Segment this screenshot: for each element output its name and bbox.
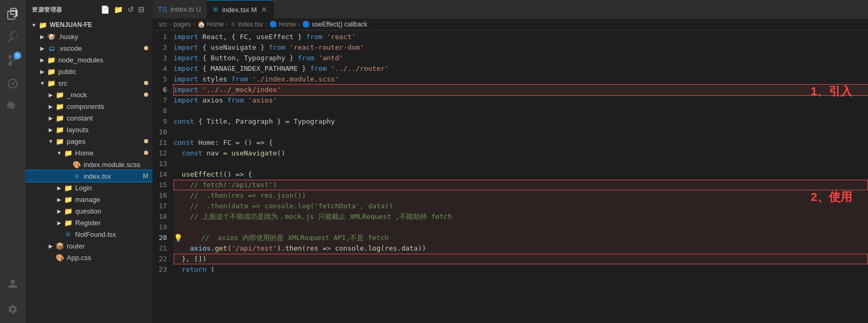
sidebar-item-indextsx[interactable]: ▶ ⚛ index.tsx M	[25, 170, 152, 182]
sidebar-title: 资源管理器	[32, 6, 62, 14]
sidebar-item-src[interactable]: ▼ 📁 src	[25, 77, 152, 89]
ln-8: 8	[159, 106, 167, 116]
breadcrumb-indextsx[interactable]: ⚛ index.tsx	[230, 21, 263, 28]
code-line-12: const nav = useNavigate()	[174, 148, 868, 159]
tree-root[interactable]: ▼ 📁 WENJUAN-FE	[25, 19, 152, 31]
code-line-3: import { Button, Typography } from 'antd…	[174, 53, 868, 63]
question-icon: 📁	[64, 207, 73, 215]
tab-close-icon[interactable]: ✕	[260, 5, 268, 14]
sidebar-item-scss[interactable]: ▶ 🎨 index.module.scss	[25, 159, 152, 170]
src-icon: 📁	[47, 79, 56, 87]
vscode-modified	[144, 46, 148, 50]
sidebar-item-node-modules[interactable]: ▶ 📁 node_modules	[25, 54, 152, 66]
ln-14: 14	[159, 169, 167, 180]
sidebar-item-mock[interactable]: ▶ 📁 _mock	[25, 89, 152, 100]
files-icon[interactable]	[3, 4, 22, 23]
tab-index-tsx[interactable]: ⚛ index.tsx M ✕	[207, 0, 275, 19]
code-line-20: 💡 // axios 内部使用的是 XMLRequest API,不是 fetc…	[174, 233, 868, 243]
components-icon: 📁	[55, 103, 65, 110]
mock-arrow: ▶	[47, 92, 55, 98]
code-line-19	[174, 222, 868, 233]
sidebar-item-constant[interactable]: ▶ 📁 constant	[25, 112, 152, 124]
breadcrumb-src[interactable]: src	[159, 21, 167, 28]
layouts-arrow: ▶	[47, 127, 55, 133]
login-arrow: ▶	[55, 185, 64, 191]
ln-4: 4	[159, 63, 167, 74]
code-line-16: // .then(res => res.json())	[174, 190, 868, 201]
router-icon: 📦	[55, 242, 65, 250]
code-line-5: import styles from './index.module.scss'	[174, 74, 868, 85]
sidebar-item-pages[interactable]: ▼ 📁 pages	[25, 135, 152, 147]
search-activity-icon[interactable]	[3, 27, 22, 47]
root-arrow: ▼	[30, 22, 38, 28]
sidebar-item-home[interactable]: ▼ 📁 Home	[25, 147, 152, 159]
code-line-9: const { Title, Paragraph } = Typography	[174, 116, 868, 127]
pages-arrow: ▼	[47, 139, 55, 144]
pages-label: pages	[67, 137, 144, 145]
constant-label: constant	[67, 114, 148, 122]
mock-icon: 📁	[55, 91, 65, 99]
sidebar-item-public[interactable]: ▶ 📁 public	[25, 66, 152, 77]
register-arrow: ▶	[55, 220, 64, 226]
source-control-icon[interactable]: 5	[3, 51, 22, 70]
breadcrumb-home2[interactable]: 🔵 Home	[269, 21, 296, 28]
annotation-2: 2、使用	[811, 189, 852, 205]
layouts-icon: 📁	[55, 126, 65, 134]
extensions-icon[interactable]	[3, 97, 22, 116]
ln-5: 5	[159, 74, 167, 85]
code-editor[interactable]: 1 2 3 4 5 6 7 8 9 10 11 12 13 14 15 16 1…	[152, 31, 868, 323]
ln-6: 6	[159, 85, 167, 95]
accounts-icon[interactable]	[3, 274, 22, 293]
run-debug-icon[interactable]	[3, 74, 22, 93]
sidebar-item-question[interactable]: ▶ 📁 question	[25, 205, 152, 217]
sidebar-item-manage[interactable]: ▶ 📁 manage	[25, 193, 152, 205]
home-modified	[144, 151, 148, 155]
sidebar-item-husky[interactable]: ▶ 🐶 .husky	[25, 31, 152, 42]
ln-17: 17	[159, 201, 167, 211]
breadcrumb-sep2: ›	[193, 21, 195, 28]
new-file-icon[interactable]: 📄	[100, 4, 111, 15]
node-label: node_modules	[58, 56, 148, 64]
tsx-icon: ⚛	[72, 172, 82, 180]
sidebar-item-vscode[interactable]: ▶ 🗂 .vscode	[25, 42, 152, 54]
sidebar-item-notfound[interactable]: ▶ ⚛ NotFound.tsx	[25, 228, 152, 240]
tab-index-ts[interactable]: TS index.ts U	[152, 0, 207, 19]
collapse-all-icon[interactable]: ⊟	[137, 4, 146, 15]
breadcrumb-sep3: ›	[226, 21, 228, 28]
ts-tab-icon: TS	[158, 5, 167, 14]
login-icon: 📁	[64, 184, 73, 192]
code-line-1: import React, { FC, useEffect } from 're…	[174, 32, 868, 42]
breadcrumb-home[interactable]: 🏠 Home	[197, 21, 224, 28]
husky-label: .husky	[58, 33, 148, 41]
sidebar-item-appcss[interactable]: ▶ 🎨 App.css	[25, 252, 152, 263]
components-arrow: ▶	[47, 104, 55, 109]
sidebar-item-register[interactable]: ▶ 📁 Register	[25, 217, 152, 228]
appcss-icon: 🎨	[55, 254, 65, 262]
sidebar-item-router[interactable]: ▶ 📦 router	[25, 240, 152, 252]
breadcrumb-sep5: ›	[298, 21, 300, 28]
refresh-icon[interactable]: ↺	[126, 4, 135, 15]
vscode-icon: 🗂	[47, 44, 56, 52]
code-line-23: return (	[174, 264, 868, 275]
src-label: src	[58, 79, 144, 87]
breadcrumb-pages[interactable]: pages	[174, 21, 191, 28]
tsx-tab-icon: ⚛	[212, 5, 219, 14]
code-line-11: const Home: FC = () => {	[174, 137, 868, 148]
layouts-label: layouts	[67, 126, 148, 134]
ln-2: 2	[159, 42, 167, 53]
ln-1: 1	[159, 32, 167, 42]
settings-icon[interactable]	[3, 300, 22, 319]
sidebar-item-components[interactable]: ▶ 📁 components	[25, 100, 152, 112]
sidebar-item-layouts[interactable]: ▶ 📁 layouts	[25, 124, 152, 135]
ln-9: 9	[159, 116, 167, 127]
appcss-label: App.css	[67, 254, 148, 262]
code-line-10	[174, 127, 868, 137]
sidebar-item-login[interactable]: ▶ 📁 Login	[25, 182, 152, 193]
code-line-17: // .then(data => console.log('fetchData'…	[174, 201, 868, 211]
new-folder-icon[interactable]: 📁	[113, 4, 124, 15]
node-icon: 📁	[47, 56, 56, 64]
breadcrumb-useeffect[interactable]: 🔵 useEffect() callback	[302, 21, 367, 28]
components-label: components	[67, 103, 148, 110]
manage-icon: 📁	[64, 196, 73, 204]
lightbulb-icon: 💡	[174, 233, 183, 243]
